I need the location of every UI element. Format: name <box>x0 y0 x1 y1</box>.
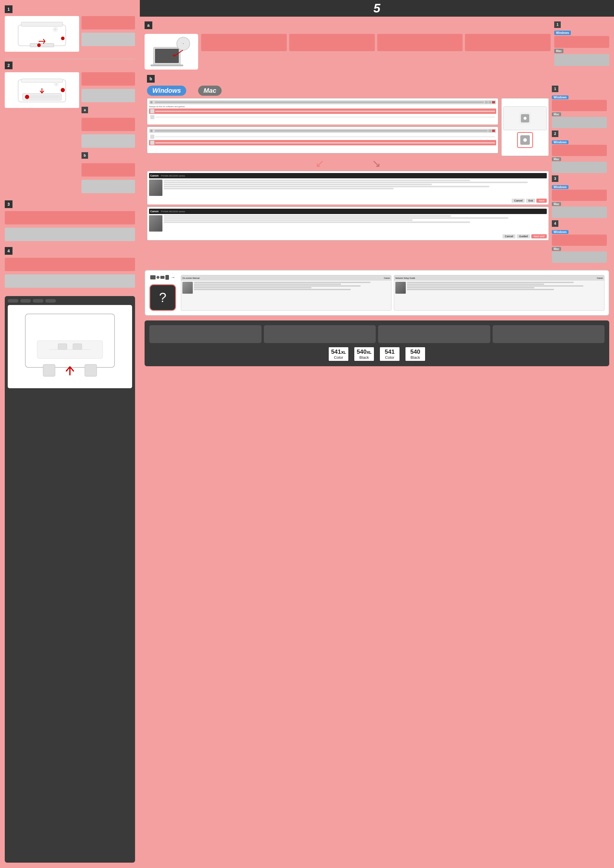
tab-3[interactable] <box>33 299 44 302</box>
ink-tab-3 <box>378 325 490 343</box>
b-step-1-num: 1 <box>552 85 558 92</box>
step4-pink-box <box>5 258 135 271</box>
manual-screen-1: On-screen Manual Canon <box>181 275 392 311</box>
step5-header: 5 <box>140 0 614 17</box>
ink-type-541xl: Color <box>331 355 346 360</box>
b-s2-gray <box>552 162 607 173</box>
right-b-step-2: 2 Windows Mac <box>552 130 607 173</box>
mac-badge: Mac <box>198 85 222 96</box>
titlebar-text <box>155 101 484 103</box>
ink-541xl-color: 541 XL Color <box>328 347 349 361</box>
pink-box-a4 <box>465 34 551 51</box>
ink-541-color: 541 Color <box>379 347 400 361</box>
step-b-right-col: 1 Windows Mac 2 Windows Ma <box>552 85 607 263</box>
step-2-block: 2 <box>5 62 135 195</box>
pink-box-a2 <box>289 34 375 51</box>
svg-rect-18 <box>73 344 82 350</box>
manual-img-1 <box>182 282 193 294</box>
manual-brand-1: Canon <box>384 277 390 279</box>
canon-install-screens: Canon PIXMA MG3200 series <box>147 171 549 240</box>
pink-box-a1 <box>201 34 287 51</box>
ink-tab-4 <box>493 325 605 343</box>
rs-pink-1 <box>554 36 609 48</box>
step4-gray-box <box>5 274 135 288</box>
step2a-num: a <box>81 107 88 113</box>
canon-cancel-btn-2[interactable]: Cancel <box>502 234 516 239</box>
b-s1-gray <box>552 117 607 128</box>
canon-next-btn-2[interactable]: Next and <box>531 234 547 239</box>
svg-point-6 <box>54 28 57 31</box>
windows-screens: Always do this for software and games: <box>147 98 498 156</box>
b-s4-gray <box>552 251 607 263</box>
b-step-4-win: Windows <box>552 230 569 234</box>
canon-screen-1: Canon PIXMA MG3200 series <box>147 171 549 205</box>
titlebar-dot-2 <box>150 130 152 132</box>
right-step-1-num: 1 <box>554 22 561 28</box>
canon-text-1 <box>163 180 547 197</box>
b-step-1-win: Windows <box>552 95 569 99</box>
tab-1[interactable] <box>8 299 19 302</box>
ink-label-540xl: 540 XL Black <box>354 347 375 361</box>
step-b-num: b <box>147 75 155 83</box>
tab-4[interactable] <box>45 299 56 302</box>
canon-header-1: Canon PIXMA MG3200 series <box>149 173 547 178</box>
svg-point-3 <box>61 37 65 40</box>
printer-svg-2 <box>12 75 72 105</box>
step-1-block: 1 <box>5 5 135 54</box>
ink-tab-2 <box>264 325 376 343</box>
manual-header-2: Network Setup Guide Canon <box>394 275 604 281</box>
step-a-num: a <box>145 22 152 29</box>
ink-type-540: Black <box>408 355 423 360</box>
b-step-2-win: Windows <box>552 140 569 144</box>
b-step-2-mac: Mac <box>552 157 561 161</box>
step-3-num: 3 <box>5 200 12 208</box>
svg-point-11 <box>61 88 65 92</box>
ink-type-541: Color <box>382 355 397 360</box>
win-screen-1-label: Always do this for software and games: <box>149 105 496 108</box>
winmac-screens: Windows Mac <box>147 85 549 263</box>
b-step-4-num: 4 <box>552 220 558 227</box>
ink-num-541: 541 <box>385 349 395 355</box>
canon-guided-btn[interactable]: Guided <box>517 234 530 239</box>
step-b-section: b Windows Mac <box>145 73 609 265</box>
win-titlebar-1 <box>149 100 496 104</box>
right-content: a <box>140 17 614 371</box>
ink-cartridges-row: 541 XL Color 540 XL Black <box>149 347 605 361</box>
win-screen-2 <box>147 127 498 153</box>
canon-cancel-btn[interactable]: Cancel <box>511 198 525 203</box>
ink-label-541xl: 541 XL Color <box>328 347 349 361</box>
canon-exit-btn[interactable]: Exit <box>526 198 535 203</box>
help-icon-big: ? <box>149 284 176 311</box>
svg-rect-17 <box>58 344 67 350</box>
svg-point-4 <box>37 43 41 47</box>
manual-body-1 <box>181 281 391 295</box>
arrow-left-icon: ↙ <box>316 157 324 170</box>
b-step-3-win: Windows <box>552 185 569 189</box>
step3-gray-box <box>5 228 135 241</box>
b-s3-gray <box>552 206 607 218</box>
b-s2-pink <box>552 145 607 156</box>
windows-badge: Windows <box>147 85 186 96</box>
win-screen-1: Always do this for software and games: <box>147 98 498 125</box>
manual-body-2 <box>394 281 604 295</box>
canon-title-2: PIXMA MG3200 series <box>161 210 185 213</box>
canon-content-1 <box>149 180 547 197</box>
ink-label-540: 540 Black <box>405 347 426 361</box>
step2-gray-box-1 <box>81 89 135 102</box>
step2-gray-box-2 <box>81 134 135 148</box>
cd-laptop-svg <box>148 36 195 68</box>
ink-num-540: 540 <box>410 349 420 355</box>
manual-lines-1 <box>194 282 390 294</box>
tab-2[interactable] <box>20 299 31 302</box>
canon-next-btn-1[interactable]: Next <box>536 198 547 203</box>
right-b-step-4: 4 Windows Mac <box>552 220 607 263</box>
help-icon-area: → ? <box>149 275 176 311</box>
ink-540xl-black: 540 XL Black <box>354 347 375 361</box>
pink-boxes-row-a <box>201 34 551 51</box>
manual-title-1: On-screen Manual <box>182 277 200 279</box>
svg-point-10 <box>25 95 29 99</box>
step-4-num: 4 <box>5 247 12 255</box>
svg-rect-12 <box>21 79 63 82</box>
ink-num-540xl: 540 <box>357 349 367 355</box>
canon-title-1: PIXMA MG3200 series <box>161 175 185 177</box>
